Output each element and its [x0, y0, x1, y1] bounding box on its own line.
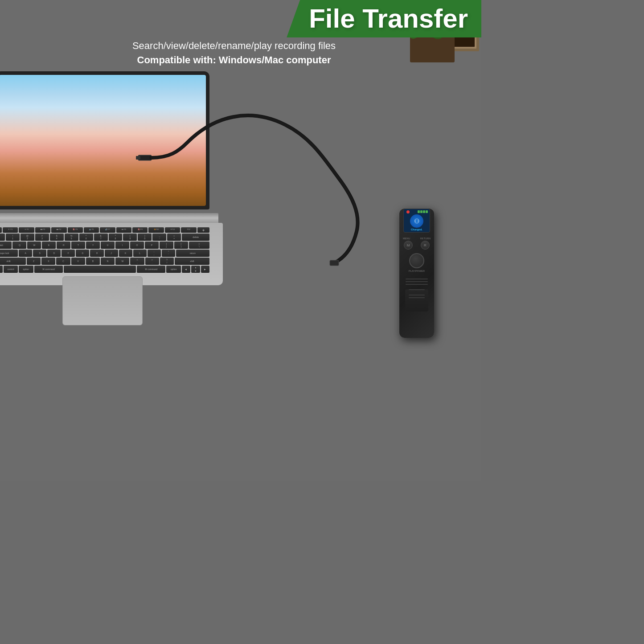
key-f7: 🔊 F7	[100, 227, 115, 233]
key-left: ◀	[182, 266, 190, 273]
key-f: F	[62, 250, 75, 257]
key-f8: ⏯ F8	[116, 227, 131, 233]
recorder-body: ⚇ Charged. MENU RETURN M R PLAY/POWER	[399, 209, 434, 338]
key-power: ⏻	[197, 227, 210, 233]
key-b: B	[86, 258, 100, 265]
laptop-screen-display	[0, 75, 206, 206]
key-9: (9	[123, 234, 137, 241]
battery-indicator	[418, 210, 428, 213]
key-3: #3	[35, 234, 49, 241]
battery-cell-2	[420, 210, 422, 213]
key-j: J	[105, 250, 118, 257]
key-right: ▶	[201, 266, 209, 273]
menu-button[interactable]: M	[404, 241, 413, 250]
keyboard-number-row: ~` !1 @2 #3 $4 %5 ^6 &7 *8 (9 )0 _- += d…	[0, 234, 209, 241]
key-rbracket: }]	[174, 242, 188, 249]
key-f3: ⏮ F3	[35, 227, 50, 233]
key-s: S	[33, 250, 46, 257]
description-area: Search/view/delete/rename/play recording…	[0, 40, 468, 66]
usb-symbol-icon: ⚇	[414, 218, 420, 224]
key-lbracket: {[	[160, 242, 173, 249]
key-l: L	[133, 250, 147, 257]
key-4: $4	[50, 234, 64, 241]
battery-cell-1	[418, 210, 420, 213]
key-caps: caps lock	[0, 250, 18, 257]
return-button[interactable]: R	[421, 241, 430, 250]
laptop-hinge	[0, 213, 218, 223]
key-f4: ⏭ F4	[51, 227, 66, 233]
key-f12: F12	[181, 227, 196, 233]
key-f5: 🔇 F5	[68, 227, 83, 233]
key-f1: ☀ F1	[3, 227, 18, 233]
key-q: Q	[12, 242, 26, 249]
play-power-button[interactable]	[409, 253, 424, 268]
key-fn: fn	[0, 227, 2, 233]
key-u: U	[101, 242, 115, 249]
recorder-screen: ⚇ Charged.	[403, 209, 430, 233]
key-option: option	[19, 266, 33, 273]
key-backtick: ~`	[0, 234, 5, 241]
key-z: Z	[27, 258, 41, 265]
laptop-trackpad[interactable]	[62, 276, 143, 325]
key-w: W	[27, 242, 41, 249]
keyboard-bottom-row: fn control option ⌘ command ⌘ command op…	[0, 266, 209, 273]
recorder-bottom-detail	[405, 289, 428, 312]
key-o: O	[130, 242, 144, 249]
key-0: )0	[138, 234, 152, 241]
voice-recorder: ⚇ Charged. MENU RETURN M R PLAY/POWER	[397, 205, 437, 343]
keyboard-zxcv-row: shift Z X C V B N M <, >. ?/ shift	[0, 258, 209, 265]
key-semicolon: :;	[148, 250, 161, 257]
key-2: @2	[21, 234, 34, 241]
key-8: *8	[109, 234, 123, 241]
key-f2: ☀ F2	[19, 227, 34, 233]
laptop: fn ☀ F1 ☀ F2 ⏮ F3 ⏭ F4 🔇 F5 🔉 F6 🔊 F7 ⏯ …	[0, 71, 236, 294]
detail-line-2	[409, 295, 425, 295]
key-command-left: ⌘ command	[34, 266, 63, 273]
keyboard-fn-row: fn ☀ F1 ☀ F2 ⏮ F3 ⏭ F4 🔇 F5 🔉 F6 🔊 F7 ⏯ …	[0, 227, 209, 233]
key-option-right: option	[166, 266, 180, 273]
key-t: T	[71, 242, 85, 249]
key-backslash: |\	[189, 242, 209, 249]
key-fn2: fn	[0, 266, 3, 273]
key-n: N	[101, 258, 115, 265]
key-comma: <,	[130, 258, 144, 265]
menu-label: MENU	[403, 237, 410, 240]
key-updown: ▲ ▼	[191, 266, 200, 273]
key-tab: tab	[0, 242, 12, 249]
laptop-keyboard: fn ☀ F1 ☀ F2 ⏮ F3 ⏭ F4 🔇 F5 🔉 F6 🔊 F7 ⏯ …	[0, 227, 209, 272]
battery-cell-3	[423, 210, 425, 213]
key-a: A	[19, 250, 32, 257]
recorder-stripe-2	[406, 281, 428, 282]
battery-cell-4	[426, 210, 428, 213]
key-m: M	[115, 258, 129, 265]
key-f9: 🔇 F9	[132, 227, 148, 233]
play-power-label: PLAY/POWER	[409, 270, 425, 272]
key-g: G	[76, 250, 89, 257]
detail-line-3	[409, 297, 425, 298]
key-d: D	[47, 250, 61, 257]
key-shift-left: shift	[0, 258, 26, 265]
key-6: ^6	[79, 234, 93, 241]
key-quote: "'	[162, 250, 175, 257]
key-f6: 🔉 F6	[84, 227, 99, 233]
recorder-stripe-3	[406, 284, 428, 285]
key-c: C	[56, 258, 70, 265]
banner-title-text: File Transfer	[309, 4, 468, 33]
subtitle-line-2: Compatible with: Windows/Mac computer	[0, 54, 468, 66]
key-equals: +=	[167, 234, 181, 241]
usb-circle-icon: ⚇	[410, 214, 423, 228]
file-transfer-banner: File Transfer	[287, 0, 481, 37]
key-minus: _-	[152, 234, 166, 241]
key-5: %5	[65, 234, 78, 241]
detail-line-1	[409, 289, 425, 290]
keyboard-qwerty-row: tab Q W E R T Y U I O P {[ }] |\	[0, 242, 209, 249]
key-1: !1	[6, 234, 20, 241]
charged-text: Charged.	[411, 228, 422, 231]
key-e: E	[42, 242, 56, 249]
key-period: >.	[145, 258, 159, 265]
key-k: K	[119, 250, 132, 257]
key-shift-right: shift	[175, 258, 209, 265]
key-space	[64, 266, 136, 273]
key-delete: delete	[182, 234, 209, 241]
key-v: V	[71, 258, 85, 265]
